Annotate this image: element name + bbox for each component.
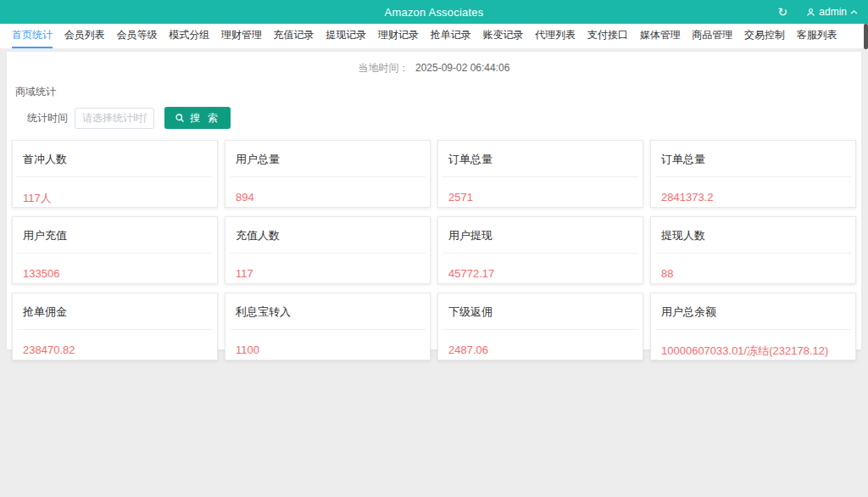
stat-card-total-order-amount: 订单总量 2841373.2 [650,140,856,208]
stat-card-value: 238470.82 [13,330,217,356]
stat-card-value: 45772.17 [438,254,643,280]
tab-finance-manage[interactable]: 理财管理 [221,24,262,48]
vertical-scrollbar-thumb[interactable] [864,24,868,49]
stat-card-value: 2841373.2 [651,177,855,204]
tab-payment-interface[interactable]: 支付接口 [587,24,628,48]
user-menu[interactable]: admin [806,6,858,18]
stat-card-title: 用户提现 [438,217,643,243]
search-button[interactable]: 搜 索 [164,107,231,129]
stat-card-user-recharge: 用户充值 133506 [12,216,218,284]
stat-card-total-orders: 订单总量 2571 [437,140,643,208]
tab-customer-service-list[interactable]: 客服列表 [797,24,837,48]
stat-card-value: 1100 [225,330,430,356]
stat-card-grab-commission: 抢单佣金 238470.82 [12,293,218,360]
chevron-up-icon [850,9,858,15]
tab-home-stats[interactable]: 首页统计 [12,24,53,48]
tab-order-grab-records[interactable]: 抢单记录 [431,24,471,48]
stat-card-title: 用户总余额 [651,293,855,320]
stat-card-user-withdraw: 用户提现 45772.17 [437,216,643,284]
stat-card-title: 下级返佣 [438,293,643,320]
tab-member-list[interactable]: 会员列表 [64,24,105,48]
stat-card-value: 133506 [13,254,217,280]
stat-time-input[interactable] [75,108,154,129]
header-right-controls: ↻ admin [778,0,858,24]
tab-mode-group[interactable]: 模式分组 [169,24,209,48]
stat-time-label: 统计时间 [27,111,68,126]
dashboard-panel: 当地时间： 2025-09-02 06:44:06 商域统计 统计时间 搜 索 … [7,52,861,349]
stat-card-value: 88 [651,254,855,280]
search-button-label: 搜 索 [190,111,220,126]
tab-member-level[interactable]: 会员等级 [116,24,157,48]
tab-agent-list[interactable]: 代理列表 [535,24,576,48]
user-name: admin [819,6,847,18]
stat-card-total-user-balance: 用户总余额 10000607033.01/冻结(232178.12) [650,293,856,360]
stat-card-title: 首冲人数 [13,141,217,167]
stat-card-title: 订单总量 [651,141,855,167]
app-title: Amazon Associates [0,6,868,19]
app-header: Amazon Associates ↻ admin [0,0,868,24]
stat-card-subordinate-rebate: 下级返佣 2487.06 [437,293,643,360]
stat-card-value: 2487.06 [438,330,643,356]
stat-card-value: 117人 [13,177,217,206]
tab-media-manage[interactable]: 媒体管理 [640,24,681,48]
stat-card-title: 抢单佣金 [13,293,217,320]
stat-card-value: 894 [225,177,430,204]
search-icon [175,113,185,123]
tab-withdraw-records[interactable]: 提现记录 [326,24,366,48]
stat-card-title: 用户总量 [225,141,430,167]
tab-recharge-records[interactable]: 充值记录 [274,24,314,48]
refresh-icon[interactable]: ↻ [778,6,788,18]
stat-card-title: 提现人数 [651,217,855,243]
stat-card-first-recharge-users: 首冲人数 117人 [12,140,218,208]
local-time-row: 当地时间： 2025-09-02 06:44:06 [7,61,861,75]
local-time-value: 2025-09-02 06:44:06 [415,62,509,74]
stat-card-recharge-users: 充值人数 117 [225,216,431,284]
stat-card-title: 用户充值 [13,217,217,243]
stat-card-title: 订单总量 [438,141,643,167]
stat-card-withdraw-users: 提现人数 88 [650,216,856,284]
stat-card-title: 利息宝转入 [225,293,430,320]
tab-trade-control[interactable]: 交易控制 [744,24,785,48]
tab-balance-change-records[interactable]: 账变记录 [482,24,523,48]
stat-card-total-users: 用户总量 894 [225,140,431,208]
nav-bar: 首页统计 会员列表 会员等级 模式分组 理财管理 充值记录 提现记录 理财记录 … [0,24,868,48]
local-time-label: 当地时间： [359,62,409,74]
tab-product-manage[interactable]: 商品管理 [692,24,732,48]
section-title: 商域统计 [15,85,861,99]
stat-card-interest-transfer-in: 利息宝转入 1100 [225,293,431,360]
stat-card-value: 117 [225,254,430,280]
user-icon [806,8,815,17]
stat-card-value: 2571 [438,177,643,204]
stats-filter-row: 统计时间 搜 索 [27,107,861,129]
stat-cards-grid: 首冲人数 117人 用户总量 894 订单总量 2571 订单总量 284137… [12,140,856,360]
stat-card-value: 10000607033.01/冻结(232178.12) [651,330,855,359]
stat-card-title: 充值人数 [225,217,430,243]
tab-finance-records[interactable]: 理财记录 [378,24,419,48]
